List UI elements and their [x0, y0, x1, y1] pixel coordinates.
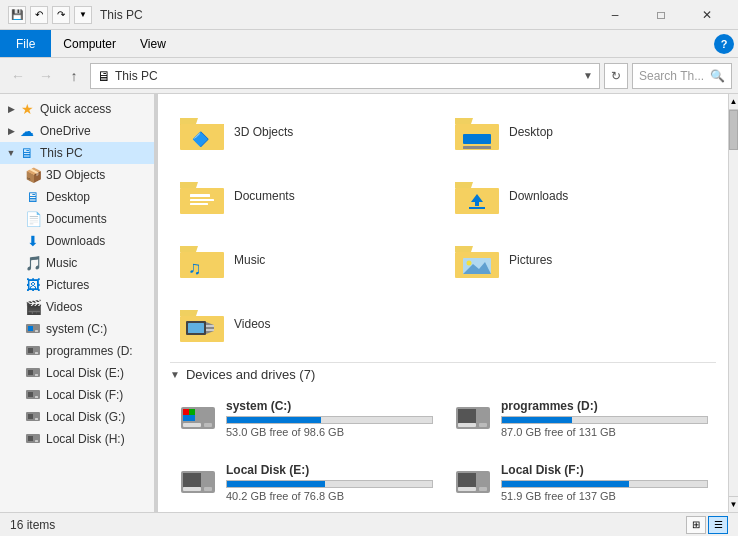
help-section[interactable]: ?	[714, 34, 734, 54]
folder-downloads[interactable]: Downloads	[445, 166, 716, 226]
sidebar-item-3d-objects[interactable]: 📦 3D Objects	[0, 164, 154, 186]
folder-videos[interactable]: Videos	[170, 294, 441, 354]
folder-name: Music	[234, 253, 265, 267]
drive-info: programmes (D:) 87.0 GB free of 131 GB	[501, 399, 708, 438]
folder-pictures[interactable]: Pictures	[445, 230, 716, 290]
sidebar-item-localh[interactable]: Local Disk (H:)	[0, 428, 154, 450]
up-button[interactable]: ↑	[62, 64, 86, 88]
address-box[interactable]: 🖥 This PC ▼	[90, 63, 600, 89]
content-area: 🔷 3D Objects Desktop	[158, 94, 728, 512]
refresh-button[interactable]: ↻	[604, 63, 628, 89]
scroll-thumb[interactable]	[729, 110, 738, 150]
svg-rect-5	[35, 352, 38, 354]
sidebar-label: Music	[46, 256, 77, 270]
drive-programmesd[interactable]: programmes (D:) 87.0 GB free of 131 GB	[445, 388, 716, 448]
folder-name: Desktop	[509, 125, 553, 139]
sidebar-item-quick-access[interactable]: ▶ ★ Quick access	[0, 98, 154, 120]
svg-rect-1	[28, 326, 33, 331]
sidebar-label: Downloads	[46, 234, 105, 248]
folder-desktop[interactable]: Desktop	[445, 102, 716, 162]
sidebar-label: Local Disk (F:)	[46, 388, 123, 402]
sidebar-item-desktop[interactable]: 🖥 Desktop	[0, 186, 154, 208]
svg-marker-37	[180, 246, 198, 252]
folder-documents[interactable]: Documents	[170, 166, 441, 226]
svg-rect-35	[469, 207, 485, 209]
sidebar-item-onedrive[interactable]: ▶ ☁ OneDrive	[0, 120, 154, 142]
details-view-button[interactable]: ☰	[708, 516, 728, 534]
sidebar-item-systemc[interactable]: system (C:)	[0, 318, 154, 340]
scroll-down-button[interactable]: ▼	[729, 496, 738, 512]
sidebar-label: This PC	[40, 146, 83, 160]
minimize-button[interactable]: –	[592, 0, 638, 30]
drive-icon	[453, 398, 493, 438]
menu-bar: File Computer View ?	[0, 30, 738, 58]
drive-systemc[interactable]: system (C:) 53.0 GB free of 98.6 GB	[170, 388, 441, 448]
search-box[interactable]: Search Th... 🔍	[632, 63, 732, 89]
sidebar-item-this-pc[interactable]: ▼ 🖥 This PC	[0, 142, 154, 164]
svg-rect-25	[463, 146, 491, 149]
folder-3d-objects[interactable]: 🔷 3D Objects	[170, 102, 441, 162]
drive-icon	[24, 321, 42, 338]
drive-localf[interactable]: Local Disk (F:) 51.9 GB free of 137 GB	[445, 452, 716, 512]
drive-icon	[24, 365, 42, 382]
svg-rect-54	[189, 409, 195, 415]
drive-space: 40.2 GB free of 76.8 GB	[226, 490, 433, 502]
section-chevron-icon[interactable]: ▼	[170, 369, 180, 380]
sidebar-label: 3D Objects	[46, 168, 105, 182]
chevron-icon: ▶	[4, 126, 18, 136]
downloads-icon: ⬇	[24, 233, 42, 249]
window-controls[interactable]: – □ ✕	[592, 0, 730, 30]
view-menu[interactable]: View	[128, 30, 178, 57]
sidebar-item-videos[interactable]: 🎬 Videos	[0, 296, 154, 318]
address-chevron-icon: ▼	[583, 70, 593, 81]
folder-name: Pictures	[509, 253, 552, 267]
svg-rect-11	[35, 396, 38, 398]
main-layout: ▶ ★ Quick access ▶ ☁ OneDrive ▼ 🖥 This P…	[0, 94, 738, 512]
scroll-up-button[interactable]: ▲	[729, 94, 738, 110]
forward-button[interactable]: →	[34, 64, 58, 88]
drives-grid: system (C:) 53.0 GB free of 98.6 GB	[170, 388, 716, 512]
view-buttons[interactable]: ⊞ ☰	[686, 516, 728, 534]
drive-bar-fill	[227, 417, 321, 423]
devices-section-header: ▼ Devices and drives (7)	[170, 362, 716, 388]
svg-rect-58	[458, 409, 476, 423]
large-icons-view-button[interactable]: ⊞	[686, 516, 706, 534]
svg-rect-7	[28, 370, 33, 375]
file-menu[interactable]: File	[0, 30, 51, 57]
drive-locale[interactable]: Local Disk (E:) 40.2 GB free of 76.8 GB	[170, 452, 441, 512]
sidebar-item-locale[interactable]: Local Disk (E:)	[0, 362, 154, 384]
sidebar-item-pictures[interactable]: 🖼 Pictures	[0, 274, 154, 296]
drive-bar	[501, 480, 708, 488]
svg-rect-30	[190, 203, 208, 205]
scrollbar[interactable]: ▲ ▼	[728, 94, 738, 512]
svg-rect-17	[35, 440, 38, 442]
svg-text:♫: ♫	[188, 258, 202, 278]
chevron-icon: ▶	[4, 104, 18, 114]
svg-rect-28	[190, 194, 210, 197]
back-button[interactable]: ←	[6, 64, 30, 88]
close-button[interactable]: ✕	[684, 0, 730, 30]
toolbar-chevron[interactable]: ▼	[74, 6, 92, 24]
svg-marker-45	[180, 310, 198, 316]
sidebar-item-documents[interactable]: 📄 Documents	[0, 208, 154, 230]
save-icon[interactable]: 💾	[8, 6, 26, 24]
sidebar-item-localf[interactable]: Local Disk (F:)	[0, 384, 154, 406]
sidebar-item-localg[interactable]: Local Disk (G:)	[0, 406, 154, 428]
drive-bar	[226, 416, 433, 424]
redo-icon[interactable]: ↷	[52, 6, 70, 24]
folder-music[interactable]: ♫ Music	[170, 230, 441, 290]
undo-icon[interactable]: ↶	[30, 6, 48, 24]
maximize-button[interactable]: □	[638, 0, 684, 30]
sidebar-item-music[interactable]: 🎵 Music	[0, 252, 154, 274]
drive-name: programmes (D:)	[501, 399, 708, 413]
drive-info: Local Disk (F:) 51.9 GB free of 137 GB	[501, 463, 708, 502]
help-button[interactable]: ?	[714, 34, 734, 54]
folder-icon	[178, 300, 226, 348]
folder-icon	[453, 108, 501, 156]
sidebar-item-downloads[interactable]: ⬇ Downloads	[0, 230, 154, 252]
sidebar-item-programmesd[interactable]: programmes (D:	[0, 340, 154, 362]
computer-menu[interactable]: Computer	[51, 30, 128, 57]
drive-bar-fill	[502, 481, 629, 487]
svg-rect-50	[206, 329, 214, 331]
quick-access-toolbar[interactable]: 💾 ↶ ↷ ▼	[8, 6, 92, 24]
